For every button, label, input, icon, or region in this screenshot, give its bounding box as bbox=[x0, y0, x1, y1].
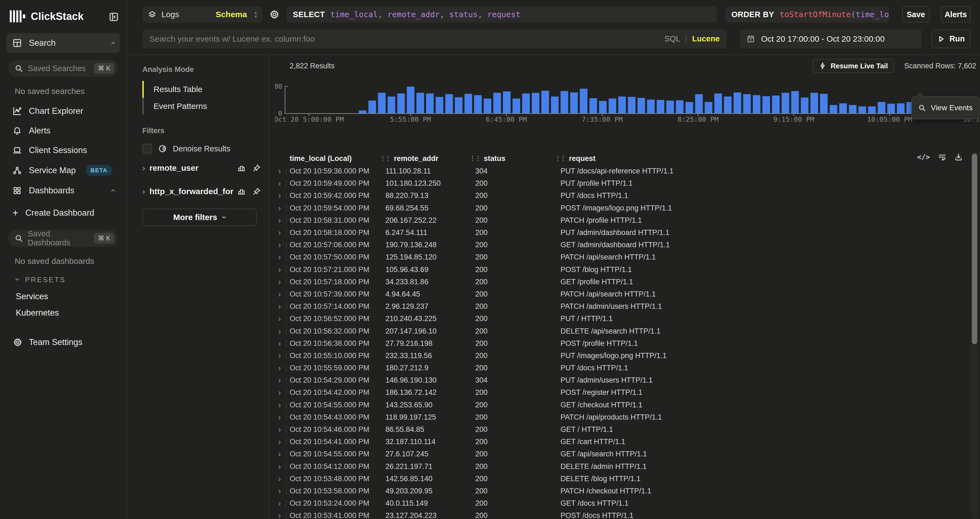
order-by-input[interactable]: ORDER BY toStartOfMinute(time_local) DES… bbox=[725, 6, 889, 22]
row-expand-icon[interactable]: › bbox=[278, 277, 281, 287]
table-row[interactable]: ›Oct 20 10:56:32.000 PM207.147.196.10200… bbox=[269, 325, 980, 337]
alerts-button[interactable]: Alerts bbox=[941, 6, 971, 22]
chevron-up-icon[interactable]: › bbox=[108, 41, 116, 45]
time-range-picker[interactable]: Oct 20 17:00:00 - Oct 20 23:00:00 bbox=[740, 29, 922, 48]
event-search-input[interactable]: Search your events w/ Lucene ex. column:… bbox=[142, 29, 727, 48]
row-expand-icon[interactable]: › bbox=[278, 167, 281, 176]
sidebar-collapse-icon[interactable] bbox=[109, 12, 119, 22]
preset-item-kubernetes[interactable]: Kubernetes bbox=[6, 305, 120, 321]
row-expand-icon[interactable]: › bbox=[278, 290, 281, 299]
table-row[interactable]: ›Oct 20 10:53:48.000 PM142.56.85.140200D… bbox=[269, 473, 980, 485]
preset-item-services[interactable]: Services bbox=[6, 288, 120, 305]
table-row[interactable]: ›Oct 20 10:55:59.000 PM180.27.212.9200PU… bbox=[269, 362, 980, 374]
sidebar-item-search[interactable]: Search › bbox=[6, 33, 120, 53]
source-settings-button[interactable] bbox=[269, 10, 279, 19]
column-header-time-local[interactable]: time_local (Local) bbox=[290, 154, 380, 163]
query-language-toggle[interactable]: SQL | Lucene bbox=[665, 34, 720, 43]
more-filters-button[interactable]: More filters › bbox=[142, 209, 257, 226]
row-expand-icon[interactable]: › bbox=[278, 228, 281, 237]
row-expand-icon[interactable]: › bbox=[278, 191, 281, 200]
row-expand-icon[interactable]: › bbox=[278, 204, 281, 213]
team-settings-button[interactable]: Team Settings bbox=[6, 321, 120, 347]
row-expand-icon[interactable]: › bbox=[278, 265, 281, 274]
table-row[interactable]: ›Oct 20 10:54:29.000 PM146.96.190.130304… bbox=[269, 374, 980, 386]
table-row[interactable]: ›Oct 20 10:54:41.000 PM32.187.110.114200… bbox=[269, 436, 980, 448]
sidebar-item-dashboards[interactable]: Dashboards › bbox=[6, 181, 120, 201]
row-expand-icon[interactable]: › bbox=[278, 487, 281, 495]
table-row[interactable]: ›Oct 20 10:58:31.000 PM206.167.252.22200… bbox=[269, 214, 980, 226]
row-expand-icon[interactable]: › bbox=[278, 376, 281, 385]
vertical-scrollbar[interactable] bbox=[971, 152, 978, 519]
denoise-checkbox[interactable] bbox=[142, 144, 152, 154]
column-chart-icon[interactable] bbox=[237, 187, 245, 196]
sql-option[interactable]: SQL bbox=[665, 34, 680, 43]
filter-group-http-x-forwarded-for[interactable]: › http_x_forwarded_for bbox=[142, 180, 262, 203]
create-dashboard-button[interactable]: + Create Dashboard bbox=[6, 203, 120, 223]
drag-handle-icon[interactable]: ⋮⋮ bbox=[380, 155, 391, 162]
row-expand-icon[interactable]: › bbox=[278, 351, 281, 360]
save-button[interactable]: Save bbox=[902, 6, 930, 22]
lucene-option[interactable]: Lucene bbox=[692, 34, 720, 43]
table-row[interactable]: ›Oct 20 10:53:24.000 PM40.0.115.149200GE… bbox=[269, 497, 980, 509]
table-row[interactable]: ›Oct 20 10:56:38.000 PM27.79.216.198200P… bbox=[269, 338, 980, 350]
column-header-request[interactable]: ⋮⋮request bbox=[555, 154, 980, 163]
sidebar-item-client-sessions[interactable]: Client Sessions bbox=[6, 140, 120, 160]
row-expand-icon[interactable]: › bbox=[278, 413, 281, 422]
table-row[interactable]: ›Oct 20 10:54:12.000 PM26.221.197.71200D… bbox=[269, 460, 980, 473]
row-expand-icon[interactable]: › bbox=[278, 179, 281, 188]
table-row[interactable]: ›Oct 20 10:59:54.000 PM69.68.254.55200PO… bbox=[269, 202, 980, 214]
presets-section-toggle[interactable]: › PRESETS bbox=[6, 271, 120, 288]
row-expand-icon[interactable]: › bbox=[278, 388, 281, 397]
view-events-tooltip[interactable]: View Events bbox=[912, 96, 980, 119]
table-row[interactable]: ›Oct 20 10:57:18.000 PM34.233.81.86200GE… bbox=[269, 276, 980, 288]
sidebar-item-service-map[interactable]: Service Map BETA bbox=[6, 160, 120, 181]
table-row[interactable]: ›Oct 20 10:57:50.000 PM125.194.85.120200… bbox=[269, 251, 980, 263]
table-row[interactable]: ›Oct 20 10:54:42.000 PM186.136.72.142200… bbox=[269, 386, 980, 399]
row-expand-icon[interactable]: › bbox=[278, 314, 281, 323]
chevron-up-icon[interactable]: › bbox=[108, 189, 116, 192]
table-row[interactable]: ›Oct 20 10:57:14.000 PM2.96.129.237200PA… bbox=[269, 300, 980, 313]
code-view-icon[interactable]: </> bbox=[917, 153, 930, 161]
chevron-right-icon[interactable]: › bbox=[142, 163, 145, 173]
pin-icon[interactable] bbox=[253, 164, 261, 172]
column-header-remote-addr[interactable]: ⋮⋮remote_addr bbox=[380, 154, 469, 163]
table-row[interactable]: ›Oct 20 10:57:06.000 PM190.79.136.248200… bbox=[269, 239, 980, 251]
sidebar-item-alerts[interactable]: Alerts bbox=[6, 121, 120, 140]
table-row[interactable]: ›Oct 20 10:59:42.000 PM88.220.79.13200PU… bbox=[269, 189, 980, 202]
row-expand-icon[interactable]: › bbox=[278, 401, 281, 409]
row-expand-icon[interactable]: › bbox=[278, 450, 281, 459]
resume-live-tail-button[interactable]: Resume Live Tail bbox=[813, 59, 894, 73]
select-clause-input[interactable]: SELECT time_local, remote_addr, status, … bbox=[286, 6, 717, 22]
table-row[interactable]: ›Oct 20 10:57:21.000 PM105.96.43.69200PO… bbox=[269, 264, 980, 276]
mode-results-table[interactable]: Results Table bbox=[142, 81, 262, 98]
table-row[interactable]: ›Oct 20 10:54:55.000 PM143.253.65.90200G… bbox=[269, 399, 980, 411]
saved-searches-input[interactable]: Saved Searches ⌘ K bbox=[8, 60, 118, 77]
row-expand-icon[interactable]: › bbox=[278, 339, 281, 348]
column-header-status[interactable]: ⋮⋮status bbox=[469, 154, 555, 163]
row-expand-icon[interactable]: › bbox=[278, 240, 281, 250]
table-row[interactable]: ›Oct 20 10:54:46.000 PM86.55.84.85200GET… bbox=[269, 423, 980, 436]
table-row[interactable]: ›Oct 20 10:56:52.000 PM210.240.43.225200… bbox=[269, 313, 980, 325]
row-expand-icon[interactable]: › bbox=[278, 327, 281, 336]
row-expand-icon[interactable]: › bbox=[278, 302, 281, 311]
row-expand-icon[interactable]: › bbox=[278, 462, 281, 471]
column-chart-icon[interactable] bbox=[237, 164, 245, 172]
row-expand-icon[interactable]: › bbox=[278, 253, 281, 262]
table-row[interactable]: ›Oct 20 10:57:39.000 PM4.94.64.45200PATC… bbox=[269, 288, 980, 300]
row-expand-icon[interactable]: › bbox=[278, 363, 281, 373]
scrollbar-thumb[interactable] bbox=[972, 154, 977, 344]
mode-event-patterns[interactable]: Event Patterns bbox=[142, 98, 262, 115]
sidebar-item-chart-explorer[interactable]: Chart Explorer bbox=[6, 101, 120, 121]
wrap-text-icon[interactable] bbox=[938, 153, 946, 161]
table-row[interactable]: ›Oct 20 10:53:41.000 PM23.127.204.223200… bbox=[269, 509, 980, 519]
drag-handle-icon[interactable]: ⋮⋮ bbox=[469, 155, 480, 162]
table-row[interactable]: ›Oct 20 10:55:10.000 PM232.33.119.56200P… bbox=[269, 350, 980, 362]
pin-icon[interactable] bbox=[253, 187, 261, 196]
denoise-results-toggle[interactable]: Denoise Results bbox=[142, 142, 262, 156]
row-expand-icon[interactable]: › bbox=[278, 474, 281, 483]
table-row[interactable]: ›Oct 20 10:54:55.000 PM27.6.107.245200GE… bbox=[269, 448, 980, 460]
table-row[interactable]: ›Oct 20 10:59:49.000 PM101.180.123.25020… bbox=[269, 177, 980, 189]
table-row[interactable]: ›Oct 20 10:54:43.000 PM118.99.197.125200… bbox=[269, 411, 980, 423]
row-expand-icon[interactable]: › bbox=[278, 425, 281, 434]
row-expand-icon[interactable]: › bbox=[278, 437, 281, 446]
